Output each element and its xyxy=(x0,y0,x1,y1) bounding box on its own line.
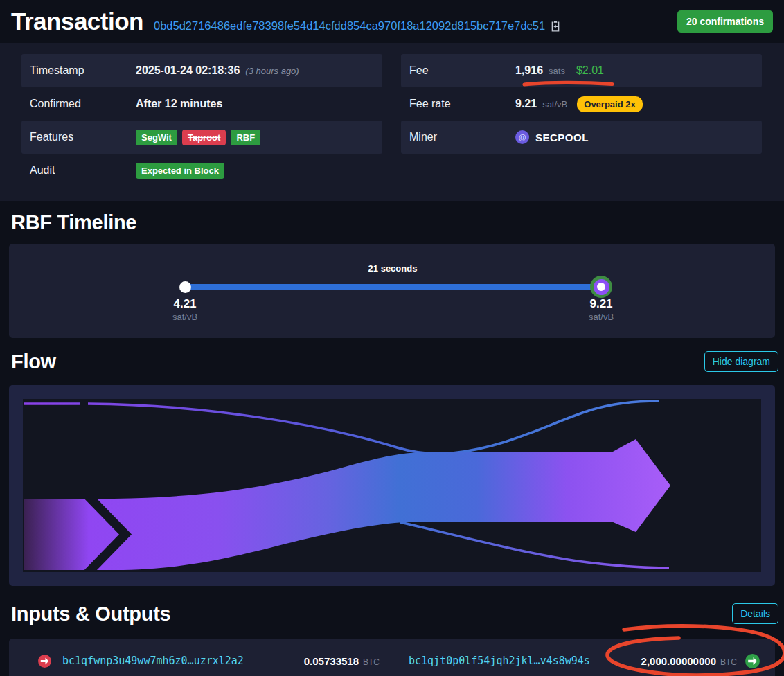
rbf-end-tick: 9.21 sat/vB xyxy=(570,297,632,322)
input-amount: 0.05733518 BTC xyxy=(304,655,380,667)
details-button[interactable]: Details xyxy=(732,603,778,624)
row-label: Confirmed xyxy=(30,98,136,110)
flow-thin-bottom-line[interactable] xyxy=(400,522,669,568)
transaction-page: { "colors": { "accent_blue": "#3e9df2", … xyxy=(0,0,784,676)
confirmed-value: After 12 minutes xyxy=(136,98,222,110)
table-row-confirmed: Confirmed After 12 minutes xyxy=(21,87,382,121)
row-label: Audit xyxy=(30,164,136,177)
input-amount-value: 0.05733518 xyxy=(304,655,359,667)
overpaid-badge: Overpaid 2x xyxy=(577,96,642,112)
input-address[interactable]: bc1qfwnp3u49ww7mh6z0…uzrxl2a2 xyxy=(62,655,244,667)
transaction-details: Timestamp 2025-01-24 02:18:36 (3 hours a… xyxy=(0,43,784,201)
fee-value: 1,916 xyxy=(515,64,543,77)
clipboard-copy-icon xyxy=(550,20,561,32)
flow-section-header: Flow Hide diagram xyxy=(0,344,784,380)
feerate-unit: sat/vB xyxy=(542,99,567,109)
rbf-start-feerate: 4.21 xyxy=(154,297,216,311)
timestamp-relative: (3 hours ago) xyxy=(245,66,299,76)
output-arrow-icon[interactable] xyxy=(745,654,760,668)
output-amount-unit: BTC xyxy=(720,657,737,667)
rbf-timeline-track xyxy=(185,284,601,290)
rbf-end-handle-ring xyxy=(594,279,609,295)
flow-panel xyxy=(9,385,775,586)
input-column: bc1qfwnp3u49ww7mh6z0…uzrxl2a2 0.05733518… xyxy=(38,655,380,668)
rbf-end-unit: sat/vB xyxy=(570,312,632,322)
table-row-fee: Fee 1,916 sats $2.01 xyxy=(401,54,762,87)
rbf-section-header: RBF Timeline xyxy=(0,201,784,244)
table-row-audit: Audit Expected in Block xyxy=(21,154,382,187)
output-amount-value: 2,000.00000000 xyxy=(641,655,716,667)
rbf-heading: RBF Timeline xyxy=(11,211,136,234)
confirmations-badge: 20 confirmations xyxy=(677,10,773,33)
txid: 0bd5d2716486edfe78398fe54d14cfdd854ca970… xyxy=(154,19,545,33)
flow-heading: Flow xyxy=(11,350,56,373)
mining-pool-icon: @ xyxy=(515,130,529,144)
rbf-start-tick: 4.21 sat/vB xyxy=(154,297,216,322)
feature-badge-rbf: RBF xyxy=(231,130,260,145)
rbf-start-handle[interactable] xyxy=(179,281,191,293)
table-row-timestamp: Timestamp 2025-01-24 02:18:36 (3 hours a… xyxy=(21,54,382,87)
io-row: bc1qfwnp3u49ww7mh6z0…uzrxl2a2 0.05733518… xyxy=(9,639,775,676)
output-address[interactable]: bc1qjt0p0lf54jqh2jkl…v4s8w94s xyxy=(409,655,590,667)
feature-badge-taproot: Taproot xyxy=(182,130,226,145)
table-row-features: Features SegWit Taproot RBF xyxy=(21,121,382,154)
copy-txid-button[interactable] xyxy=(550,20,561,32)
mining-pool-link[interactable]: @ SECPOOL xyxy=(515,130,589,144)
output-column: bc1qjt0p0lf54jqh2jkl…v4s8w94s 2,000.0000… xyxy=(409,654,760,668)
hide-diagram-button[interactable]: Hide diagram xyxy=(704,351,778,372)
flow-main-band[interactable] xyxy=(24,439,670,570)
audit-badge: Expected in Block xyxy=(136,163,224,179)
fee-usd: $2.01 xyxy=(576,64,604,77)
input-arrow-icon[interactable] xyxy=(38,655,51,668)
page-title: Transaction xyxy=(11,8,143,35)
mining-pool-name: SECPOOL xyxy=(535,132,589,143)
flow-thin-top-line[interactable] xyxy=(24,401,659,454)
rbf-duration-label: 21 seconds xyxy=(358,263,427,274)
row-label: Fee xyxy=(409,64,515,77)
row-label: Fee rate xyxy=(409,98,515,110)
table-row-feerate: Fee rate 9.21 sat/vB Overpaid 2x xyxy=(401,87,762,121)
row-label: Features xyxy=(30,131,136,143)
io-heading: Inputs & Outputs xyxy=(11,603,170,625)
feerate-value: 9.21 xyxy=(515,98,537,110)
page-header: Transaction 0bd5d2716486edfe78398fe54d14… xyxy=(0,0,784,43)
details-table-left: Timestamp 2025-01-24 02:18:36 (3 hours a… xyxy=(21,54,382,187)
table-row-miner: Miner @ SECPOOL xyxy=(401,121,762,154)
input-amount-unit: BTC xyxy=(363,657,380,667)
flow-diagram[interactable] xyxy=(23,399,761,572)
details-table-right: Fee 1,916 sats $2.01 Fee rate 9.21 sat/v… xyxy=(401,54,762,187)
feature-badge-segwit: SegWit xyxy=(136,130,177,145)
output-amount: 2,000.00000000 BTC xyxy=(641,655,737,667)
fee-unit: sats xyxy=(549,66,565,76)
rbf-timeline-panel: 21 seconds 4.21 sat/vB 9.21 sat/vB xyxy=(9,244,775,338)
rbf-end-feerate: 9.21 xyxy=(570,297,632,311)
rbf-end-handle[interactable] xyxy=(590,276,612,298)
sankey-svg xyxy=(23,399,761,572)
rbf-end-handle-dot xyxy=(597,283,605,291)
timestamp-value: 2025-01-24 02:18:36 xyxy=(136,64,240,77)
io-section-header: Inputs & Outputs Details xyxy=(0,596,784,632)
row-label: Timestamp xyxy=(30,64,136,77)
row-label: Miner xyxy=(409,131,515,143)
rbf-start-unit: sat/vB xyxy=(154,312,216,322)
